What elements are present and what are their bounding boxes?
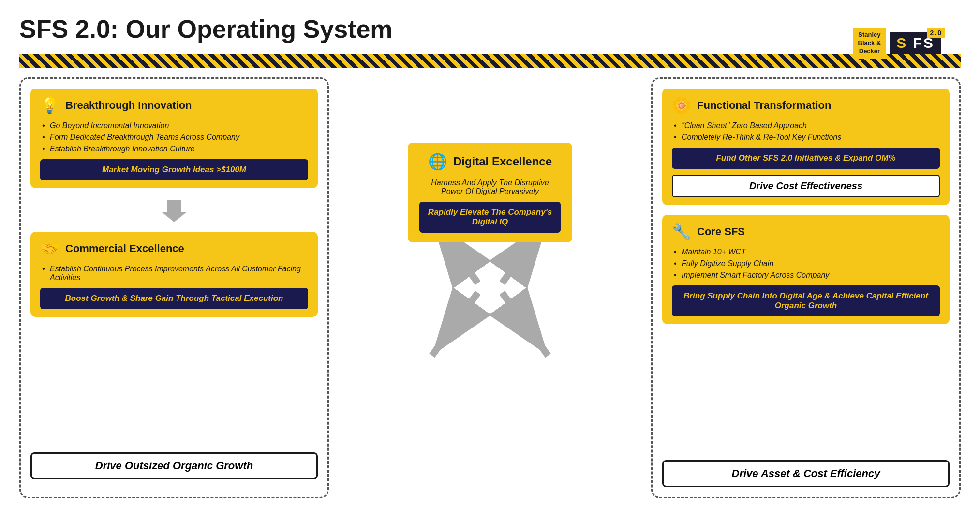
functional-bullet-2: Completely Re-Think & Re-Tool Key Functi… (674, 133, 940, 142)
commercial-bullet-1: Establish Continuous Process Improvement… (42, 265, 308, 282)
digital-excellence-area: 🌐 Digital Excellence Harness And Apply T… (403, 143, 577, 433)
commercial-excellence-title: Commercial Excellence (65, 242, 184, 255)
right-bottom-label: Drive Asset & Cost Efficiency (662, 460, 950, 487)
functional-cta: Fund Other SFS 2.0 Initiatives & Expand … (672, 148, 940, 169)
core-sfs-title: Core SFS (697, 225, 745, 238)
down-arrow-1 (30, 198, 318, 222)
commercial-icon: 🤝 (40, 239, 59, 258)
commercial-excellence-header: 🤝 Commercial Excellence (40, 239, 308, 258)
digital-excellence-card: 🌐 Digital Excellence Harness And Apply T… (408, 143, 572, 242)
functional-icon: 🌼 (672, 96, 691, 115)
digital-bullet-1: Harness And Apply The Disruptive Power O… (419, 179, 561, 196)
breakthrough-bullets: Go Beyond Incremental Innovation Form De… (40, 121, 308, 153)
svg-marker-0 (162, 200, 186, 222)
breakthrough-cta: Market Moving Growth Ideas >$100M (40, 159, 308, 180)
breakthrough-innovation-title: Breakthrough Innovation (65, 99, 192, 112)
center-section: 🌐 Digital Excellence Harness And Apply T… (343, 77, 637, 498)
breakthrough-innovation-header: 💡 Breakthrough Innovation (40, 96, 308, 115)
stanley-black-decker-logo: StanleyBlack &Decker (853, 28, 886, 59)
functional-transformation-title: Functional Transformation (697, 99, 831, 112)
svg-line-3 (432, 293, 478, 356)
core-sfs-bullet-2: Fully Digitize Supply Chain (674, 259, 940, 268)
svg-line-5 (502, 293, 548, 356)
sfs-logo: S FS 2.0 (890, 32, 941, 54)
functional-transformation-header: 🌼 Functional Transformation (672, 96, 940, 115)
main-layout: 💡 Breakthrough Innovation Go Beyond Incr… (19, 77, 961, 498)
core-sfs-card: 🔧 Core SFS Maintain 10+ WCT Fully Digiti… (662, 215, 950, 324)
core-sfs-bullets: Maintain 10+ WCT Fully Digitize Supply C… (672, 248, 940, 280)
functional-bullets: "Clean Sheet" Zero Based Approach Comple… (672, 121, 940, 142)
core-sfs-bullet-3: Implement Smart Factory Across Company (674, 271, 940, 280)
logo-area: StanleyBlack &Decker S FS 2.0 (853, 28, 941, 59)
digital-excellence-header: 🌐 Digital Excellence (419, 152, 561, 171)
breakthrough-bullet-1: Go Beyond Incremental Innovation (42, 121, 308, 130)
breakthrough-innovation-card: 💡 Breakthrough Innovation Go Beyond Incr… (30, 89, 318, 188)
functional-transformation-card: 🌼 Functional Transformation "Clean Sheet… (662, 89, 950, 205)
digital-cta: Rapidly Elevate The Company's Digital IQ (419, 202, 561, 233)
left-bottom-label: Drive Outsized Organic Growth (30, 452, 318, 479)
breakthrough-bullet-3: Establish Breakthrough Innovation Cultur… (42, 145, 308, 153)
page-title: SFS 2.0: Our Operating System (19, 15, 393, 44)
left-section: 💡 Breakthrough Innovation Go Beyond Incr… (19, 77, 329, 498)
core-sfs-bullet-1: Maintain 10+ WCT (674, 248, 940, 256)
decorative-stripe (19, 54, 961, 68)
functional-bullet-1: "Clean Sheet" Zero Based Approach (674, 121, 940, 130)
breakthrough-bullet-2: Form Dedicated Breakthrough Teams Across… (42, 133, 308, 142)
breakthrough-icon: 💡 (40, 96, 59, 115)
core-sfs-icon: 🔧 (672, 223, 691, 241)
commercial-bullets: Establish Continuous Process Improvement… (40, 265, 308, 282)
digital-bullets: Harness And Apply The Disruptive Power O… (419, 179, 561, 196)
commercial-cta: Boost Growth & Share Gain Through Tactic… (40, 288, 308, 309)
core-sfs-cta: Bring Supply Chain Into Digital Age & Ac… (672, 285, 940, 316)
core-sfs-header: 🔧 Core SFS (672, 223, 940, 241)
commercial-excellence-card: 🤝 Commercial Excellence Establish Contin… (30, 232, 318, 317)
digital-excellence-title: Digital Excellence (453, 155, 552, 168)
sfs-version: 2.0 (927, 28, 945, 38)
digital-icon: 🌐 (428, 152, 447, 171)
drive-cost-label: Drive Cost Effectiveness (672, 175, 940, 197)
arrow-down-svg (162, 198, 186, 222)
right-section: 🌼 Functional Transformation "Clean Sheet… (651, 77, 961, 498)
